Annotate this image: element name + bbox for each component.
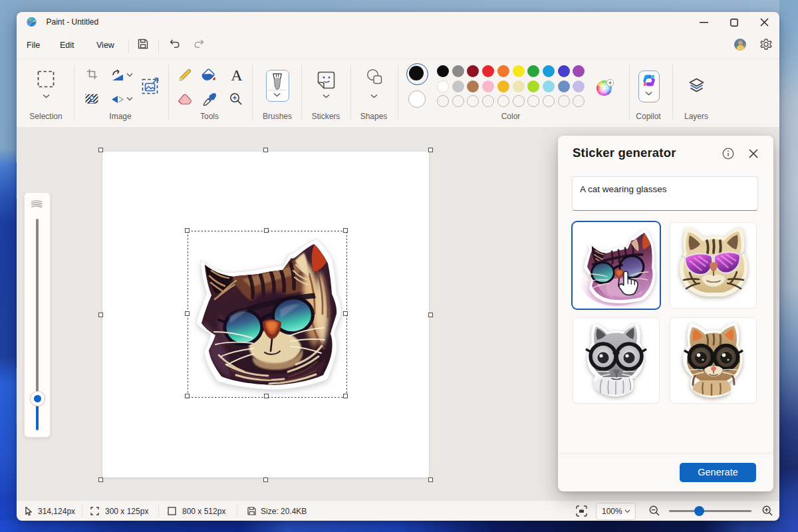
svg-text:A: A	[231, 68, 243, 82]
